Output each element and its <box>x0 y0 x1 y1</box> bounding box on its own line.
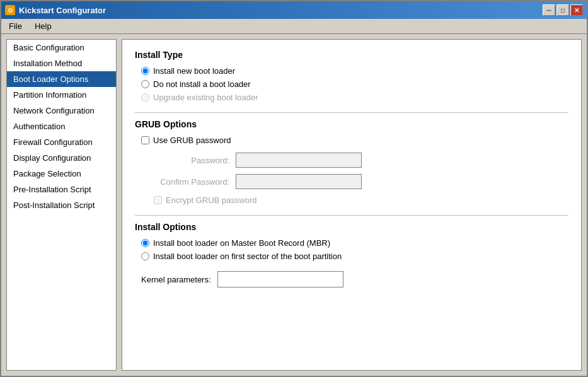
sidebar-item-partition-information[interactable]: Partition Information <box>7 87 116 103</box>
confirm-password-row: Confirm Password: <box>135 174 568 189</box>
menu-help[interactable]: Help <box>30 20 57 32</box>
close-button[interactable]: ✕ <box>570 4 583 16</box>
app-icon: ⚙ <box>5 5 15 15</box>
sidebar-item-installation-method[interactable]: Installation Method <box>7 55 116 71</box>
encrypt-grub-label: Encrypt GRUB password <box>166 195 257 205</box>
radio-upgrade-existing: Upgrade existing boot loader <box>141 93 568 102</box>
password-row: Password: <box>135 153 568 168</box>
install-options-radio-group: Install boot loader on Master Boot Recor… <box>135 238 568 261</box>
password-input[interactable] <box>236 153 362 168</box>
sidebar-item-post-installation-script[interactable]: Post-Installation Script <box>7 197 116 213</box>
sidebar-item-package-selection[interactable]: Package Selection <box>7 166 116 182</box>
menu-file[interactable]: File <box>4 20 27 32</box>
radio-install-new[interactable]: Install new boot loader <box>141 66 568 76</box>
sidebar-item-pre-installation-script[interactable]: Pre-Installation Script <box>7 182 116 197</box>
radio-install-mbr-input[interactable] <box>141 239 149 247</box>
sidebar-item-basic-configuration[interactable]: Basic Configuration <box>7 40 116 55</box>
content-area: Install Type Install new boot loader Do … <box>122 39 582 371</box>
radio-install-new-input[interactable] <box>141 67 149 75</box>
use-grub-password-row: Use GRUB password <box>135 136 568 145</box>
radio-do-not-install-input[interactable] <box>141 80 149 88</box>
menu-bar: File Help <box>1 19 587 34</box>
main-area: Basic Configuration Installation Method … <box>1 34 587 376</box>
sidebar-item-boot-loader-options[interactable]: Boot Loader Options <box>7 71 116 87</box>
window-title: Kickstart Configurator <box>19 6 106 15</box>
radio-install-first-sector[interactable]: Install boot loader on first sector of t… <box>141 252 568 261</box>
divider-1 <box>135 112 568 113</box>
sidebar-item-firewall-configuration[interactable]: Firewall Configuration <box>7 134 116 150</box>
install-type-title: Install Type <box>135 50 568 60</box>
radio-install-mbr[interactable]: Install boot loader on Master Boot Recor… <box>141 238 568 248</box>
sidebar-item-authentication[interactable]: Authentication <box>7 119 116 134</box>
install-options-title: Install Options <box>135 222 568 232</box>
install-type-radio-group: Install new boot loader Do not install a… <box>135 66 568 102</box>
main-window: ⚙ Kickstart Configurator ─ □ ✕ File Help… <box>0 0 588 377</box>
confirm-password-input[interactable] <box>236 174 362 189</box>
title-bar-left: ⚙ Kickstart Configurator <box>5 5 106 15</box>
password-label: Password: <box>154 156 229 165</box>
radio-install-first-sector-input[interactable] <box>141 252 149 260</box>
kernel-parameters-input[interactable] <box>217 271 343 287</box>
encrypt-grub-checkbox <box>154 196 162 204</box>
minimize-button[interactable]: ─ <box>543 4 555 16</box>
sidebar-item-network-configuration[interactable]: Network Configuration <box>7 103 116 119</box>
radio-do-not-install[interactable]: Do not install a boot loader <box>141 79 568 89</box>
kernel-parameters-label: Kernel parameters: <box>141 275 211 284</box>
sidebar: Basic Configuration Installation Method … <box>6 39 117 371</box>
use-grub-password-label[interactable]: Use GRUB password <box>153 136 231 145</box>
divider-2 <box>135 215 568 216</box>
title-bar: ⚙ Kickstart Configurator ─ □ ✕ <box>1 1 587 19</box>
title-buttons: ─ □ ✕ <box>543 4 583 16</box>
encrypt-grub-row: Encrypt GRUB password <box>135 195 568 205</box>
maximize-button[interactable]: □ <box>556 4 569 16</box>
kernel-parameters-row: Kernel parameters: <box>135 271 568 287</box>
confirm-password-label: Confirm Password: <box>154 177 229 187</box>
radio-upgrade-existing-input <box>141 93 149 102</box>
use-grub-password-checkbox[interactable] <box>141 136 149 144</box>
sidebar-item-display-configuration[interactable]: Display Configuration <box>7 150 116 166</box>
grub-options-title: GRUB Options <box>135 119 568 129</box>
